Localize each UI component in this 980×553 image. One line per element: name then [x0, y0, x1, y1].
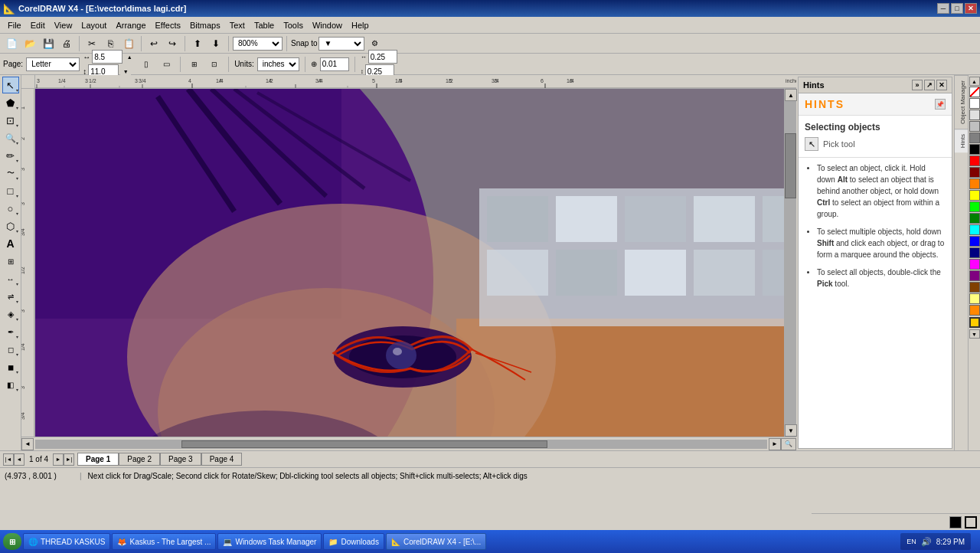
menu-window[interactable]: Window	[308, 19, 347, 31]
hscroll-track[interactable]	[35, 440, 767, 449]
color-brown[interactable]	[969, 282, 980, 293]
connector-tool-button[interactable]: ⇌▾	[2, 288, 19, 305]
taskbar-downloads[interactable]: 📁 Downloads	[323, 533, 384, 550]
page-size-combo[interactable]: Letter	[26, 57, 80, 71]
import-button[interactable]: ⬆	[189, 35, 206, 52]
width-spin-up[interactable]: ▲	[124, 54, 135, 61]
eyedropper-tool-button[interactable]: ✒▾	[2, 323, 19, 340]
hints-tab[interactable]: Hints	[955, 129, 968, 152]
taskbar-coreldraw[interactable]: 📐 CorelDRAW X4 - [E:\...	[386, 533, 486, 550]
hints-expand-button[interactable]: »	[912, 80, 923, 90]
fill-tool-button[interactable]: ◼▾	[2, 358, 19, 375]
color-black[interactable]	[969, 144, 980, 155]
vscroll-thumb[interactable]	[785, 133, 796, 198]
height-spin-down[interactable]: ▼	[120, 68, 131, 75]
save-button[interactable]: 💾	[40, 35, 57, 52]
color-accent-swatch[interactable]	[969, 317, 980, 328]
menu-table[interactable]: Table	[250, 19, 279, 31]
rectangle-tool-button[interactable]: □▾	[2, 182, 19, 199]
canvas-area[interactable]	[35, 89, 784, 437]
menu-view[interactable]: View	[50, 19, 77, 31]
crop-tool-button[interactable]: ⊡▾	[2, 112, 19, 129]
page-tab-2[interactable]: Page 2	[119, 453, 160, 466]
minimize-button[interactable]: ─	[937, 3, 949, 14]
title-bar-controls[interactable]: ─ □ ✕	[937, 3, 977, 14]
menu-layout[interactable]: Layout	[77, 19, 111, 31]
zoom-combo[interactable]: 800%	[233, 37, 283, 51]
color-magenta[interactable]	[969, 259, 980, 270]
page-tab-4[interactable]: Page 4	[201, 453, 243, 466]
vscroll-up-button[interactable]: ▲	[785, 89, 797, 101]
color-purple[interactable]	[969, 270, 980, 281]
dimension-tool-button[interactable]: ↔▾	[2, 270, 19, 287]
print-button[interactable]: 🖨	[58, 35, 75, 52]
menu-edit[interactable]: Edit	[26, 19, 50, 31]
snap-combo[interactable]: ▼	[318, 37, 364, 51]
outline-swatch[interactable]	[965, 516, 977, 528]
undo-button[interactable]: ↩	[145, 35, 162, 52]
smart-draw-tool-button[interactable]: 〜▾	[2, 165, 19, 182]
start-button[interactable]: ⊞	[3, 533, 21, 550]
taskbar-thread-kaskus[interactable]: 🌐 THREAD KASKUS	[23, 533, 110, 550]
ellipse-tool-button[interactable]: ○▾	[2, 200, 19, 217]
color-blue[interactable]	[969, 236, 980, 247]
color-white[interactable]	[969, 98, 980, 109]
menu-help[interactable]: Help	[347, 19, 374, 31]
open-button[interactable]: 📂	[21, 35, 38, 52]
taskbar-kaskus[interactable]: 🦊 Kaskus - The Largest ...	[112, 533, 216, 550]
volume-icon[interactable]: 🔊	[921, 537, 932, 547]
hints-float-button[interactable]: ↗	[924, 80, 935, 90]
dup-h-input[interactable]	[368, 50, 397, 64]
page-nav-prev[interactable]: ◄	[14, 453, 24, 466]
page-tab-1[interactable]: Page 1	[77, 453, 119, 466]
page-tab-3[interactable]: Page 3	[160, 453, 201, 466]
landscape-button[interactable]: ▭	[158, 56, 175, 73]
color-orange[interactable]	[969, 178, 980, 189]
hscroll-left-button[interactable]: ◄	[21, 438, 34, 450]
hints-close-button[interactable]: ✕	[936, 80, 947, 90]
color-light-gray[interactable]	[969, 110, 980, 120]
color-dark-red[interactable]	[969, 167, 980, 178]
maximize-button[interactable]: □	[951, 3, 963, 14]
color-cyan[interactable]	[969, 224, 980, 235]
hscroll-right-button[interactable]: ►	[769, 438, 781, 450]
page-nav-next[interactable]: ►	[53, 453, 64, 466]
color-none[interactable]	[969, 87, 980, 97]
hints-pin-button[interactable]: 📌	[935, 99, 946, 110]
menu-effects[interactable]: Effects	[151, 19, 185, 31]
portrait-button[interactable]: ▯	[138, 56, 155, 73]
export-button[interactable]: ⬇	[207, 35, 224, 52]
color-green[interactable]	[969, 213, 980, 224]
color-yellow[interactable]	[969, 190, 980, 201]
page-nav-first[interactable]: |◄	[3, 453, 14, 466]
close-button[interactable]: ✕	[965, 3, 977, 14]
nudge-input[interactable]	[320, 57, 349, 71]
pick-tool-button[interactable]: ↖▾	[2, 77, 19, 93]
interactive-fill-tool-button[interactable]: ◧▾	[2, 376, 19, 393]
vscroll-down-button[interactable]: ▼	[785, 424, 797, 437]
blend-tool-button[interactable]: ◈▾	[2, 306, 19, 322]
object-manager-tab[interactable]: Object Manager	[955, 75, 968, 129]
zoom-corner[interactable]: 🔍	[781, 438, 796, 450]
color-dark-blue[interactable]	[969, 247, 980, 258]
zoom-tool-button[interactable]: 🔍▾	[2, 129, 19, 146]
color-yellow2[interactable]	[969, 293, 980, 304]
menu-text[interactable]: Text	[225, 19, 250, 31]
polygon-tool-button[interactable]: ⬡▾	[2, 218, 19, 234]
menu-tools[interactable]: Tools	[279, 19, 308, 31]
new-button[interactable]: 📄	[3, 35, 20, 52]
menu-bitmaps[interactable]: Bitmaps	[185, 19, 225, 31]
color-red[interactable]	[969, 155, 980, 166]
all-pages-button[interactable]: ⊞	[186, 56, 203, 73]
menu-file[interactable]: File	[3, 19, 26, 31]
outline-tool-button[interactable]: ◻▾	[2, 341, 19, 358]
table-tool-button[interactable]: ⊞	[2, 253, 19, 270]
palette-scroll-up[interactable]: ▲	[969, 77, 980, 86]
freehand-tool-button[interactable]: ✏▾	[2, 147, 19, 164]
menu-arrange[interactable]: Arrange	[111, 19, 150, 31]
redo-button[interactable]: ↪	[164, 35, 181, 52]
page-width-input[interactable]	[92, 50, 122, 64]
shape-tool-button[interactable]: ⬟▾	[2, 94, 19, 111]
taskbar-task-manager[interactable]: 💻 Windows Task Manager	[217, 533, 322, 550]
color-lime[interactable]	[969, 201, 980, 212]
